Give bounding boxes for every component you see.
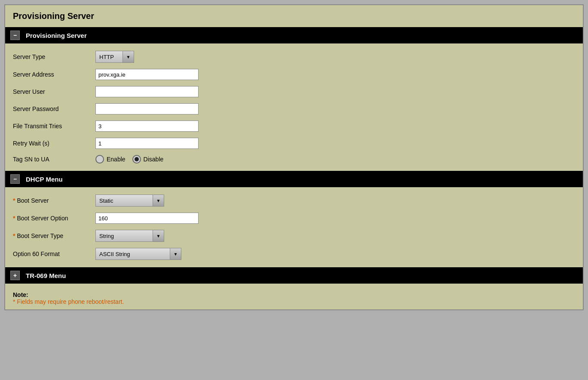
boot-server-type-select[interactable]: String ▼	[95, 230, 164, 242]
boot-server-label: * Boot Server	[13, 197, 90, 204]
tag-sn-disable-label: Disable	[144, 156, 164, 163]
boot-server-option-star: *	[13, 215, 15, 222]
server-type-row: Server Type HTTP ▼	[13, 48, 575, 66]
note-title: Note:	[13, 291, 575, 298]
server-address-row: Server Address	[13, 66, 575, 83]
file-transmit-row: File Transmit Tries	[13, 117, 575, 135]
server-type-chevron-icon[interactable]: ▼	[122, 51, 134, 62]
server-user-row: Server User	[13, 83, 575, 100]
file-transmit-label: File Transmit Tries	[13, 123, 90, 130]
main-container: Provisioning Server − Provisioning Serve…	[4, 4, 584, 310]
boot-server-type-star: *	[13, 232, 15, 239]
option-60-label: Option 60 Format	[13, 250, 90, 257]
dhcp-section-title: DHCP Menu	[26, 176, 63, 183]
tag-sn-disable-radio[interactable]	[132, 155, 141, 164]
provisioning-section-title: Provisioning Server	[26, 32, 87, 39]
server-password-label: Server Password	[13, 105, 90, 112]
server-password-row: Server Password	[13, 100, 575, 117]
provisioning-section-content: Server Type HTTP ▼ Server Address Server…	[5, 43, 583, 171]
retry-wait-input[interactable]	[95, 138, 199, 149]
boot-server-type-label: * Boot Server Type	[13, 232, 90, 239]
note-section: Note: * Fields may require phone reboot/…	[5, 284, 583, 309]
boot-server-type-value: String	[96, 233, 153, 239]
option-60-chevron-icon[interactable]: ▼	[170, 248, 181, 260]
provisioning-collapse-btn[interactable]: −	[10, 31, 20, 40]
server-type-value: HTTP	[96, 54, 122, 60]
boot-server-select[interactable]: Static ▼	[95, 195, 164, 207]
tag-sn-disable-radio-dot	[135, 157, 139, 161]
dhcp-collapse-btn[interactable]: −	[10, 174, 20, 184]
boot-server-row: * Boot Server Static ▼	[13, 192, 575, 210]
dhcp-section-content: * Boot Server Static ▼ * Boot Server Opt…	[5, 187, 583, 267]
tr069-collapse-btn[interactable]: +	[10, 271, 20, 280]
dhcp-section-header: − DHCP Menu	[5, 171, 583, 187]
option-60-row: Option 60 Format ASCII String ▼	[13, 245, 575, 263]
option-60-select[interactable]: ASCII String ▼	[95, 248, 181, 260]
boot-server-option-input[interactable]	[95, 213, 199, 224]
tr069-section-header: + TR-069 Menu	[5, 267, 583, 284]
server-type-label: Server Type	[13, 53, 90, 60]
boot-server-option-label: * Boot Server Option	[13, 215, 90, 222]
tr069-section-title: TR-069 Menu	[26, 272, 66, 279]
server-user-label: Server User	[13, 88, 90, 95]
server-type-select[interactable]: HTTP ▼	[95, 51, 134, 63]
boot-server-type-row: * Boot Server Type String ▼	[13, 227, 575, 245]
server-address-label: Server Address	[13, 71, 90, 78]
tag-sn-radio-group: Enable Disable	[95, 155, 163, 164]
option-60-value: ASCII String	[96, 251, 170, 257]
tag-sn-enable-radio[interactable]	[95, 155, 104, 164]
boot-server-star: *	[13, 197, 15, 204]
tag-sn-row: Tag SN to UA Enable Disable	[13, 152, 575, 167]
boot-server-chevron-icon[interactable]: ▼	[153, 195, 164, 206]
boot-server-value: Static	[96, 198, 153, 204]
provisioning-section-header: − Provisioning Server	[5, 27, 583, 43]
note-text: * Fields may require phone reboot/restar…	[13, 298, 575, 305]
tag-sn-label: Tag SN to UA	[13, 156, 90, 163]
tag-sn-disable-option[interactable]: Disable	[132, 155, 164, 164]
file-transmit-input[interactable]	[95, 120, 199, 132]
boot-server-option-row: * Boot Server Option	[13, 210, 575, 227]
tag-sn-enable-option[interactable]: Enable	[95, 155, 126, 164]
retry-wait-label: Retry Wait (s)	[13, 140, 90, 147]
server-address-input[interactable]	[95, 69, 199, 80]
server-user-input[interactable]	[95, 86, 199, 97]
tag-sn-enable-label: Enable	[107, 156, 126, 163]
boot-server-type-chevron-icon[interactable]: ▼	[153, 230, 164, 241]
retry-wait-row: Retry Wait (s)	[13, 135, 575, 152]
page-title: Provisioning Server	[5, 5, 583, 27]
server-password-input[interactable]	[95, 103, 199, 114]
